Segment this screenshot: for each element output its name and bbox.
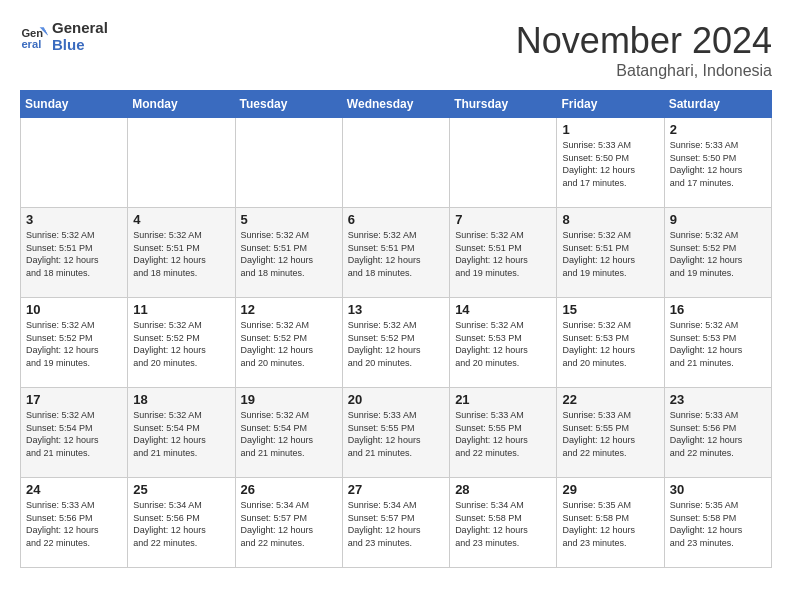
day-number: 24 (26, 482, 122, 497)
day-info: Sunrise: 5:32 AM Sunset: 5:52 PM Dayligh… (348, 319, 444, 369)
week-row-1: 1Sunrise: 5:33 AM Sunset: 5:50 PM Daylig… (21, 118, 772, 208)
day-cell (450, 118, 557, 208)
day-cell: 30Sunrise: 5:35 AM Sunset: 5:58 PM Dayli… (664, 478, 771, 568)
day-cell: 16Sunrise: 5:32 AM Sunset: 5:53 PM Dayli… (664, 298, 771, 388)
day-number: 20 (348, 392, 444, 407)
calendar-body: 1Sunrise: 5:33 AM Sunset: 5:50 PM Daylig… (21, 118, 772, 568)
day-cell (342, 118, 449, 208)
day-number: 7 (455, 212, 551, 227)
logo: Gen eral General Blue (20, 20, 108, 53)
week-row-2: 3Sunrise: 5:32 AM Sunset: 5:51 PM Daylig… (21, 208, 772, 298)
weekday-header-wednesday: Wednesday (342, 91, 449, 118)
day-info: Sunrise: 5:32 AM Sunset: 5:54 PM Dayligh… (26, 409, 122, 459)
location: Batanghari, Indonesia (516, 62, 772, 80)
title-block: November 2024 Batanghari, Indonesia (516, 20, 772, 80)
day-cell: 14Sunrise: 5:32 AM Sunset: 5:53 PM Dayli… (450, 298, 557, 388)
weekday-row: SundayMondayTuesdayWednesdayThursdayFrid… (21, 91, 772, 118)
day-cell (128, 118, 235, 208)
weekday-header-monday: Monday (128, 91, 235, 118)
day-info: Sunrise: 5:32 AM Sunset: 5:53 PM Dayligh… (562, 319, 658, 369)
day-cell: 11Sunrise: 5:32 AM Sunset: 5:52 PM Dayli… (128, 298, 235, 388)
calendar-table: SundayMondayTuesdayWednesdayThursdayFrid… (20, 90, 772, 568)
day-info: Sunrise: 5:32 AM Sunset: 5:53 PM Dayligh… (670, 319, 766, 369)
svg-text:Gen: Gen (21, 27, 43, 39)
day-number: 5 (241, 212, 337, 227)
day-number: 14 (455, 302, 551, 317)
day-info: Sunrise: 5:32 AM Sunset: 5:51 PM Dayligh… (348, 229, 444, 279)
day-info: Sunrise: 5:33 AM Sunset: 5:55 PM Dayligh… (348, 409, 444, 459)
day-info: Sunrise: 5:35 AM Sunset: 5:58 PM Dayligh… (670, 499, 766, 549)
day-info: Sunrise: 5:33 AM Sunset: 5:50 PM Dayligh… (670, 139, 766, 189)
weekday-header-thursday: Thursday (450, 91, 557, 118)
day-cell (235, 118, 342, 208)
logo-text-general: General (52, 20, 108, 37)
week-row-4: 17Sunrise: 5:32 AM Sunset: 5:54 PM Dayli… (21, 388, 772, 478)
logo-icon: Gen eral (20, 23, 48, 51)
day-cell: 23Sunrise: 5:33 AM Sunset: 5:56 PM Dayli… (664, 388, 771, 478)
day-number: 2 (670, 122, 766, 137)
day-info: Sunrise: 5:34 AM Sunset: 5:57 PM Dayligh… (348, 499, 444, 549)
day-info: Sunrise: 5:32 AM Sunset: 5:52 PM Dayligh… (26, 319, 122, 369)
day-number: 15 (562, 302, 658, 317)
day-number: 11 (133, 302, 229, 317)
day-number: 6 (348, 212, 444, 227)
day-cell: 26Sunrise: 5:34 AM Sunset: 5:57 PM Dayli… (235, 478, 342, 568)
page-header: Gen eral General Blue November 2024 Bata… (20, 20, 772, 80)
day-cell: 2Sunrise: 5:33 AM Sunset: 5:50 PM Daylig… (664, 118, 771, 208)
day-info: Sunrise: 5:32 AM Sunset: 5:51 PM Dayligh… (26, 229, 122, 279)
day-info: Sunrise: 5:33 AM Sunset: 5:50 PM Dayligh… (562, 139, 658, 189)
day-number: 8 (562, 212, 658, 227)
day-number: 25 (133, 482, 229, 497)
day-cell: 21Sunrise: 5:33 AM Sunset: 5:55 PM Dayli… (450, 388, 557, 478)
day-cell: 15Sunrise: 5:32 AM Sunset: 5:53 PM Dayli… (557, 298, 664, 388)
day-info: Sunrise: 5:32 AM Sunset: 5:51 PM Dayligh… (241, 229, 337, 279)
day-cell: 29Sunrise: 5:35 AM Sunset: 5:58 PM Dayli… (557, 478, 664, 568)
day-info: Sunrise: 5:34 AM Sunset: 5:58 PM Dayligh… (455, 499, 551, 549)
day-number: 10 (26, 302, 122, 317)
day-cell: 6Sunrise: 5:32 AM Sunset: 5:51 PM Daylig… (342, 208, 449, 298)
day-info: Sunrise: 5:32 AM Sunset: 5:51 PM Dayligh… (455, 229, 551, 279)
day-info: Sunrise: 5:32 AM Sunset: 5:52 PM Dayligh… (670, 229, 766, 279)
day-cell: 18Sunrise: 5:32 AM Sunset: 5:54 PM Dayli… (128, 388, 235, 478)
day-cell: 8Sunrise: 5:32 AM Sunset: 5:51 PM Daylig… (557, 208, 664, 298)
day-cell (21, 118, 128, 208)
day-cell: 19Sunrise: 5:32 AM Sunset: 5:54 PM Dayli… (235, 388, 342, 478)
day-cell: 22Sunrise: 5:33 AM Sunset: 5:55 PM Dayli… (557, 388, 664, 478)
day-info: Sunrise: 5:32 AM Sunset: 5:51 PM Dayligh… (562, 229, 658, 279)
day-number: 22 (562, 392, 658, 407)
logo-text-blue: Blue (52, 37, 108, 54)
day-cell: 13Sunrise: 5:32 AM Sunset: 5:52 PM Dayli… (342, 298, 449, 388)
day-cell: 24Sunrise: 5:33 AM Sunset: 5:56 PM Dayli… (21, 478, 128, 568)
day-cell: 27Sunrise: 5:34 AM Sunset: 5:57 PM Dayli… (342, 478, 449, 568)
day-number: 30 (670, 482, 766, 497)
day-number: 12 (241, 302, 337, 317)
day-cell: 12Sunrise: 5:32 AM Sunset: 5:52 PM Dayli… (235, 298, 342, 388)
day-cell: 4Sunrise: 5:32 AM Sunset: 5:51 PM Daylig… (128, 208, 235, 298)
day-number: 13 (348, 302, 444, 317)
day-info: Sunrise: 5:33 AM Sunset: 5:55 PM Dayligh… (455, 409, 551, 459)
day-info: Sunrise: 5:32 AM Sunset: 5:51 PM Dayligh… (133, 229, 229, 279)
day-number: 26 (241, 482, 337, 497)
day-info: Sunrise: 5:33 AM Sunset: 5:56 PM Dayligh… (26, 499, 122, 549)
day-number: 27 (348, 482, 444, 497)
day-cell: 9Sunrise: 5:32 AM Sunset: 5:52 PM Daylig… (664, 208, 771, 298)
day-number: 9 (670, 212, 766, 227)
week-row-3: 10Sunrise: 5:32 AM Sunset: 5:52 PM Dayli… (21, 298, 772, 388)
day-number: 4 (133, 212, 229, 227)
calendar-header: SundayMondayTuesdayWednesdayThursdayFrid… (21, 91, 772, 118)
weekday-header-friday: Friday (557, 91, 664, 118)
day-info: Sunrise: 5:32 AM Sunset: 5:52 PM Dayligh… (133, 319, 229, 369)
day-info: Sunrise: 5:35 AM Sunset: 5:58 PM Dayligh… (562, 499, 658, 549)
svg-text:eral: eral (21, 38, 41, 50)
day-info: Sunrise: 5:34 AM Sunset: 5:57 PM Dayligh… (241, 499, 337, 549)
day-info: Sunrise: 5:32 AM Sunset: 5:52 PM Dayligh… (241, 319, 337, 369)
week-row-5: 24Sunrise: 5:33 AM Sunset: 5:56 PM Dayli… (21, 478, 772, 568)
day-info: Sunrise: 5:33 AM Sunset: 5:56 PM Dayligh… (670, 409, 766, 459)
day-info: Sunrise: 5:34 AM Sunset: 5:56 PM Dayligh… (133, 499, 229, 549)
day-number: 17 (26, 392, 122, 407)
day-cell: 3Sunrise: 5:32 AM Sunset: 5:51 PM Daylig… (21, 208, 128, 298)
day-cell: 5Sunrise: 5:32 AM Sunset: 5:51 PM Daylig… (235, 208, 342, 298)
day-info: Sunrise: 5:33 AM Sunset: 5:55 PM Dayligh… (562, 409, 658, 459)
day-number: 28 (455, 482, 551, 497)
month-title: November 2024 (516, 20, 772, 62)
